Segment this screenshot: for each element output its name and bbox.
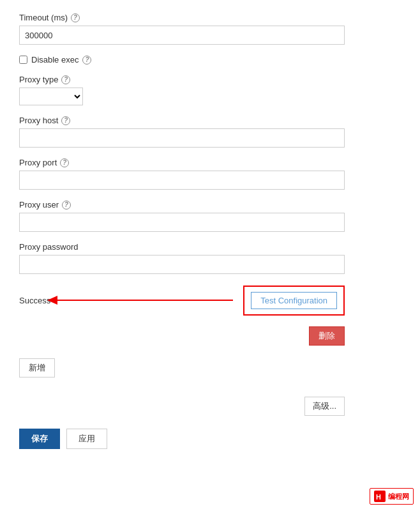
apply-button[interactable]: 应用 <box>66 429 107 449</box>
proxy-type-help-icon[interactable]: ? <box>61 75 70 84</box>
timeout-label: Timeout (ms) ? <box>19 13 401 22</box>
proxy-host-group: Proxy host ? <box>19 116 401 148</box>
disable-exec-help-icon[interactable]: ? <box>82 56 91 65</box>
timeout-group: Timeout (ms) ? <box>19 13 401 45</box>
test-config-wrapper: Test Configuration <box>243 286 345 316</box>
proxy-type-label: Proxy type ? <box>19 75 401 84</box>
proxy-port-label: Proxy port ? <box>19 158 401 167</box>
advanced-button[interactable]: 高级... <box>304 397 345 416</box>
delete-button[interactable]: 删除 <box>309 326 345 346</box>
proxy-type-group: Proxy type ? HTTP SOCKS4 SOCKS5 <box>19 75 401 105</box>
advanced-row: 高级... <box>19 397 345 416</box>
proxy-password-group: Proxy password <box>19 242 401 274</box>
proxy-password-label-text: Proxy password <box>19 242 78 252</box>
proxy-host-input[interactable] <box>19 128 345 148</box>
proxy-port-label-text: Proxy port <box>19 158 57 167</box>
proxy-password-label: Proxy password <box>19 242 401 252</box>
save-button[interactable]: 保存 <box>19 429 60 449</box>
proxy-type-select[interactable]: HTTP SOCKS4 SOCKS5 <box>19 88 83 105</box>
proxy-type-label-text: Proxy type <box>19 75 58 84</box>
proxy-host-label-text: Proxy host <box>19 116 58 125</box>
timeout-label-text: Timeout (ms) <box>19 13 68 22</box>
new-row: 新增 <box>19 358 401 378</box>
proxy-user-label: Proxy user ? <box>19 200 401 210</box>
test-config-button[interactable]: Test Configuration <box>251 292 337 309</box>
disable-exec-checkbox[interactable] <box>19 56 27 64</box>
disable-exec-label: Disable exec <box>31 55 79 65</box>
proxy-user-group: Proxy user ? <box>19 200 401 232</box>
arrow-indicator <box>54 294 233 307</box>
footer-buttons: 保存 应用 <box>19 429 401 449</box>
timeout-help-icon[interactable]: ? <box>71 13 80 22</box>
proxy-port-input[interactable] <box>19 171 345 190</box>
disable-exec-row: Disable exec ? <box>19 55 401 65</box>
timeout-input[interactable] <box>19 26 345 45</box>
success-text: Success <box>19 296 50 305</box>
proxy-user-input[interactable] <box>19 213 345 232</box>
proxy-password-input[interactable] <box>19 255 345 274</box>
proxy-host-help-icon[interactable]: ? <box>61 116 70 125</box>
proxy-port-group: Proxy port ? <box>19 158 401 190</box>
proxy-host-label: Proxy host ? <box>19 116 401 125</box>
proxy-user-label-text: Proxy user <box>19 200 59 210</box>
new-button[interactable]: 新增 <box>19 358 55 378</box>
proxy-user-help-icon[interactable]: ? <box>62 201 71 210</box>
proxy-port-help-icon[interactable]: ? <box>60 158 69 167</box>
delete-row: 删除 <box>19 326 345 346</box>
